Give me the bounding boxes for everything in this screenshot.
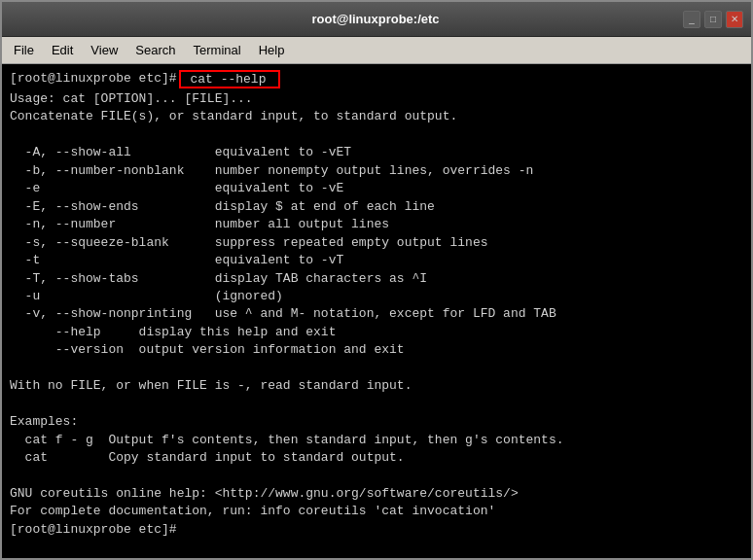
terminal-line: For complete documentation, run: info co…: [10, 503, 743, 520]
terminal-line: -n, --number number all output lines: [10, 216, 743, 233]
menu-help[interactable]: Help: [251, 40, 293, 60]
terminal-line: With no FILE, or when FILE is -, read st…: [10, 377, 743, 395]
terminal-line: -e equivalent to -vE: [10, 180, 743, 197]
terminal-line: -E, --show-ends display $ at end of each…: [10, 198, 743, 216]
window-controls: _ □ ✕: [683, 11, 743, 28]
terminal-line: -A, --show-all equivalent to -vET: [10, 144, 743, 161]
terminal-line: -s, --squeeze-blank suppress repeated em…: [10, 234, 743, 252]
maximize-button[interactable]: □: [704, 11, 722, 28]
menu-terminal[interactable]: Terminal: [186, 40, 249, 60]
terminal-line: -u (ignored): [10, 288, 743, 305]
terminal-line: [10, 396, 743, 413]
prompt-text: [root@linuxprobe etc]#: [10, 70, 177, 88]
terminal-line: cat f - g Output f's contents, then stan…: [10, 432, 743, 449]
terminal-window: root@linuxprobe:/etc _ □ ✕ File Edit Vie…: [0, 0, 753, 560]
command-input[interactable]: [179, 70, 280, 88]
terminal-line: Usage: cat [OPTION]... [FILE]...: [10, 90, 743, 108]
menu-file[interactable]: File: [6, 40, 42, 60]
terminal-line: cat Copy standard input to standard outp…: [10, 449, 743, 467]
close-button[interactable]: ✕: [726, 11, 743, 28]
terminal-line: GNU coreutils online help: <http://www.g…: [10, 485, 743, 503]
terminal-line: -t equivalent to -vT: [10, 252, 743, 269]
terminal-line: [10, 468, 743, 485]
menu-view[interactable]: View: [83, 40, 126, 60]
title-bar: root@linuxprobe:/etc _ □ ✕: [2, 2, 751, 37]
minimize-button[interactable]: _: [683, 11, 700, 28]
window-title: root@linuxprobe:/etc: [68, 12, 683, 26]
terminal-content[interactable]: [root@linuxprobe etc]# Usage: cat [OPTIO…: [2, 64, 751, 558]
terminal-line: Concatenate FILE(s), or standard input, …: [10, 108, 743, 125]
menu-bar: File Edit View Search Terminal Help: [2, 37, 751, 64]
terminal-line: -T, --show-tabs display TAB characters a…: [10, 270, 743, 288]
terminal-line: [root@linuxprobe etc]#: [10, 521, 743, 539]
menu-edit[interactable]: Edit: [44, 40, 81, 60]
terminal-line: [10, 126, 743, 144]
terminal-line: -v, --show-nonprinting use ^ and M- nota…: [10, 305, 743, 323]
terminal-line: --help display this help and exit: [10, 324, 743, 341]
terminal-line: Examples:: [10, 413, 743, 431]
menu-search[interactable]: Search: [127, 40, 183, 60]
terminal-output: Usage: cat [OPTION]... [FILE]...Concaten…: [10, 90, 743, 539]
command-line: [root@linuxprobe etc]#: [10, 70, 743, 88]
terminal-line: -b, --number-nonblank number nonempty ou…: [10, 162, 743, 180]
terminal-line: [10, 360, 743, 377]
terminal-line: --version output version information and…: [10, 341, 743, 359]
